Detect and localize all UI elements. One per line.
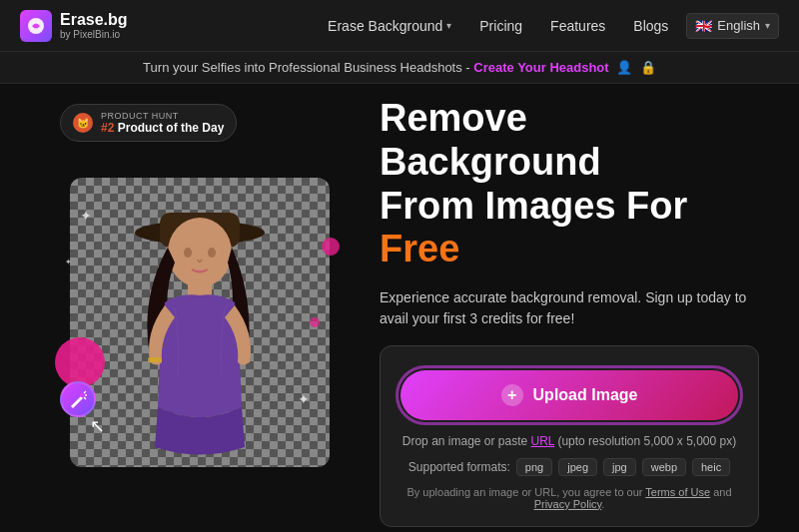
format-webp: webp	[642, 458, 686, 476]
svg-line-11	[84, 397, 86, 399]
svg-point-8	[80, 393, 84, 397]
svg-point-4	[184, 248, 192, 258]
headline: Remove Background From Images For Free	[380, 97, 759, 271]
logo-text: Erase.bg by PixelBin.io	[60, 11, 128, 40]
subheadline: Experience accurate background removal. …	[380, 287, 749, 329]
product-hunt-badge[interactable]: 🐱 PRODUCT HUNT #2 Product of the Day	[60, 104, 237, 142]
announcement-person-icon: 👤	[616, 60, 632, 75]
woman-figure	[80, 178, 320, 467]
dropdown-arrow-icon: ▾	[446, 20, 451, 31]
drop-hint: Drop an image or paste URL (upto resolut…	[400, 434, 738, 448]
magic-wand-icon	[60, 381, 96, 417]
lang-dropdown-arrow-icon: ▾	[765, 20, 770, 31]
terms-of-use-link[interactable]: Terms of Use	[645, 486, 710, 498]
svg-point-5	[208, 248, 216, 258]
main-content: 🐱 PRODUCT HUNT #2 Product of the Day	[0, 84, 799, 530]
nav-pricing[interactable]: Pricing	[469, 12, 532, 40]
announcement-link[interactable]: Create Your Headshot	[473, 60, 608, 75]
format-heic: heic	[692, 458, 730, 476]
sparkle-icon-3: ✦	[65, 258, 72, 266]
terms-text: By uploading an image or URL, you agree …	[400, 486, 738, 510]
image-display: ✦ ✦ ✦ ↖	[70, 178, 330, 467]
upload-button[interactable]: + Upload Image	[400, 370, 738, 420]
privacy-policy-link[interactable]: Privacy Policy	[534, 498, 602, 510]
format-jpg: jpg	[603, 458, 636, 476]
url-hint-link[interactable]: URL	[531, 434, 555, 448]
supported-formats: Supported formats: png jpeg jpg webp hei…	[400, 458, 738, 476]
badge-text: PRODUCT HUNT #2 Product of the Day	[101, 111, 224, 135]
announcement-bar: Turn your Selfies into Professional Busi…	[0, 52, 799, 84]
logo-icon	[20, 10, 52, 42]
product-hunt-icon: 🐱	[73, 113, 93, 133]
cursor-icon: ↖	[90, 415, 105, 437]
svg-line-9	[84, 391, 86, 393]
plus-icon: +	[501, 384, 523, 406]
nav-blogs[interactable]: Blogs	[623, 12, 678, 40]
nav-features[interactable]: Features	[540, 12, 615, 40]
left-panel: 🐱 PRODUCT HUNT #2 Product of the Day	[40, 84, 360, 530]
nav-erase-background[interactable]: Erase Background ▾	[318, 12, 461, 40]
svg-point-3	[168, 218, 232, 287]
language-selector[interactable]: 🇬🇧 English ▾	[686, 13, 779, 39]
format-png: png	[516, 458, 552, 476]
navbar: Erase.bg by PixelBin.io Erase Background…	[0, 0, 799, 52]
announcement-lock-icon: 🔒	[640, 60, 656, 75]
format-jpeg: jpeg	[558, 458, 597, 476]
svg-rect-7	[148, 357, 162, 362]
upload-box: + Upload Image Drop an image or paste UR…	[380, 345, 759, 527]
decorative-dot-small	[322, 238, 340, 256]
flag-icon: 🇬🇧	[695, 18, 712, 34]
right-panel: Remove Background From Images For Free E…	[380, 87, 759, 527]
logo[interactable]: Erase.bg by PixelBin.io	[20, 10, 128, 42]
nav-links: Erase Background ▾ Pricing Features Blog…	[318, 12, 779, 40]
